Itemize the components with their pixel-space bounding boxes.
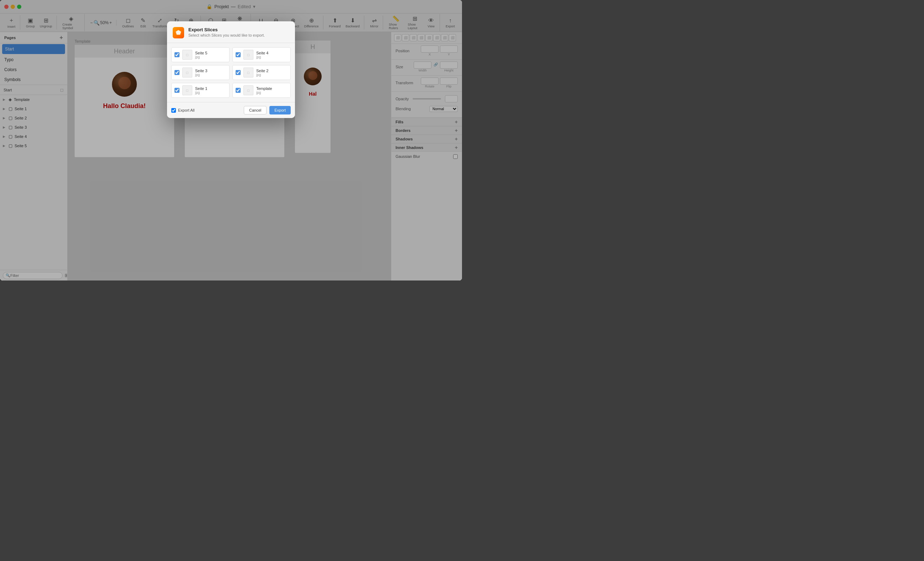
modal-buttons: Cancel Export — [244, 106, 291, 114]
export-all-label[interactable]: Export All — [171, 108, 194, 113]
slice-item-seite5: ▢ Seite 5 jpg — [171, 47, 230, 62]
cancel-button[interactable]: Cancel — [244, 106, 267, 114]
slice-checkbox-seite5[interactable] — [174, 52, 180, 57]
slice-info-seite3: Seite 3 jpg — [195, 69, 207, 77]
modal-header: Export Slices Select which Slices you wo… — [167, 21, 295, 43]
modal-title: Export Slices — [188, 27, 265, 32]
sketch-app-icon — [173, 27, 184, 38]
export-slices-modal: Export Slices Select which Slices you wo… — [167, 21, 295, 118]
modal-footer: Export All Cancel Export — [167, 102, 295, 118]
slice-checkbox-seite3[interactable] — [174, 70, 180, 75]
slice-item-seite1: ▢ Seite 1 jpg — [171, 83, 230, 98]
modal-overlay: Export Slices Select which Slices you wo… — [0, 0, 462, 281]
slice-checkbox-seite4[interactable] — [236, 52, 241, 57]
slice-info-seite4: Seite 4 jpg — [256, 51, 268, 59]
export-all-checkbox[interactable] — [171, 108, 176, 113]
slice-checkbox-template[interactable] — [236, 88, 241, 93]
slice-item-seite2: ▢ Seite 2 jpg — [232, 65, 291, 80]
slice-checkbox-seite1[interactable] — [174, 88, 180, 93]
slice-thumb-seite1: ▢ — [182, 85, 192, 95]
slice-info-seite2: Seite 2 jpg — [256, 69, 268, 77]
slices-grid: ▢ Seite 5 jpg ▢ Seite 4 jpg — [171, 47, 291, 98]
slice-thumb-seite4: ▢ — [243, 50, 254, 60]
slice-thumb-template: ▢ — [243, 85, 254, 95]
slice-thumb-seite3: ▢ — [182, 68, 192, 78]
slice-thumb-seite2: ▢ — [243, 68, 254, 78]
slice-info-seite5: Seite 5 jpg — [195, 51, 207, 59]
slice-item-template: ▢ Template jpg — [232, 83, 291, 98]
svg-marker-0 — [176, 30, 181, 35]
modal-header-text: Export Slices Select which Slices you wo… — [188, 27, 265, 37]
app-window: 🔒 Projekt — Edited ▾ ＋ Insert ▣ Group ⊞ … — [0, 0, 462, 281]
modal-subtitle: Select which Slices you would like to ex… — [188, 33, 265, 37]
modal-body: ▢ Seite 5 jpg ▢ Seite 4 jpg — [167, 43, 295, 102]
slice-thumb-seite5: ▢ — [182, 50, 192, 60]
slice-item-seite4: ▢ Seite 4 jpg — [232, 47, 291, 62]
slice-info-template: Template jpg — [256, 86, 272, 95]
slice-item-seite3: ▢ Seite 3 jpg — [171, 65, 230, 80]
slice-info-seite1: Seite 1 jpg — [195, 86, 207, 95]
slice-checkbox-seite2[interactable] — [236, 70, 241, 75]
export-button[interactable]: Export — [269, 106, 291, 114]
